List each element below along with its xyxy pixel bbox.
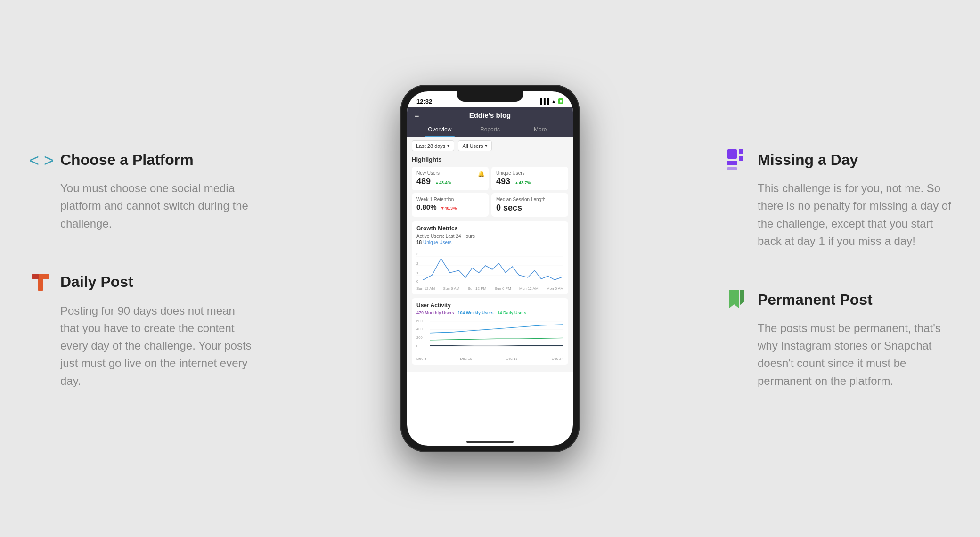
wifi-icon: ▲ bbox=[551, 98, 556, 104]
x-label-0: Sun 12 AM bbox=[416, 286, 435, 291]
chart-x-labels: Sun 12 AM Sun 6 AM Sun 12 PM Sun 6 PM Mo… bbox=[416, 286, 564, 291]
svg-text:400: 400 bbox=[416, 327, 423, 332]
x-label-2: Sun 12 PM bbox=[468, 286, 487, 291]
svg-rect-3 bbox=[32, 274, 39, 279]
mosaic-icon bbox=[726, 147, 750, 172]
svg-text:0: 0 bbox=[416, 344, 418, 348]
feature-choose-platform: < > Choose a Platform You must choose on… bbox=[28, 147, 254, 232]
hamburger-icon[interactable]: ≡ bbox=[415, 111, 419, 120]
unique-users-value: 493 ▲43.7% bbox=[496, 177, 564, 187]
left-column: < > Choose a Platform You must choose on… bbox=[28, 147, 273, 390]
act-x-0: Dec 3 bbox=[416, 357, 426, 361]
users-chevron: ▾ bbox=[485, 143, 488, 149]
platform-desc: You must choose one social media platfor… bbox=[28, 179, 254, 232]
highlights-title: Highlights bbox=[412, 156, 568, 163]
session-value: 0 secs bbox=[496, 203, 564, 213]
app-header-top: ≡ Eddie's blog bbox=[415, 111, 565, 122]
active-label: Unique Users bbox=[423, 240, 452, 245]
svg-text:600: 600 bbox=[416, 319, 423, 323]
active-users-title: Active Users: Last 24 Hours bbox=[416, 234, 564, 239]
x-label-1: Sun 6 AM bbox=[443, 286, 460, 291]
tab-reports[interactable]: Reports bbox=[465, 122, 515, 137]
daily-count: 14 Daily Users bbox=[497, 310, 526, 315]
activity-title: User Activity bbox=[416, 302, 564, 309]
session-label: Median Session Length bbox=[496, 197, 564, 202]
weekly-count: 104 Weekly Users bbox=[458, 310, 494, 315]
daily-title: Daily Post bbox=[60, 273, 133, 291]
period-label: Last 28 days bbox=[416, 143, 445, 149]
feature-header-platform: < > Choose a Platform bbox=[28, 147, 254, 172]
users-filter[interactable]: All Users ▾ bbox=[458, 140, 492, 151]
feature-daily-post: Daily Post Posting for 90 days does not … bbox=[28, 270, 254, 390]
missing-title: Missing a Day bbox=[758, 151, 858, 169]
page-layout: < > Choose a Platform You must choose on… bbox=[0, 0, 980, 537]
svg-text:1: 1 bbox=[416, 271, 418, 275]
bell-icon: 🔔 bbox=[478, 171, 485, 177]
permanent-desc: The posts must be permanent, that's why … bbox=[726, 319, 952, 390]
highlight-retention: Week 1 Retention 0.80% ▼48.3% bbox=[412, 193, 489, 217]
retention-value: 0.80% ▼48.3% bbox=[416, 203, 484, 211]
code-icon: < > bbox=[28, 147, 53, 172]
active-legend: 18 Unique Users bbox=[416, 240, 564, 245]
period-filter[interactable]: Last 28 days ▾ bbox=[412, 140, 454, 151]
svg-rect-20 bbox=[727, 149, 737, 159]
center-phone-area: 12:32 ▐▐▐ ▲ ■ ≡ Eddie's blog Overview bbox=[273, 85, 707, 452]
svg-text:< >: < > bbox=[29, 151, 53, 170]
status-time: 12:32 bbox=[416, 98, 432, 105]
feature-header-permanent: Permanent Post bbox=[726, 287, 952, 312]
tab-overview[interactable]: Overview bbox=[415, 122, 465, 137]
highlight-session: Median Session Length 0 secs bbox=[491, 193, 568, 217]
phone-notch bbox=[457, 91, 523, 102]
retention-label: Week 1 Retention bbox=[416, 197, 484, 202]
highlight-new-users: 🔔 New Users 489 ▲43.4% bbox=[412, 167, 489, 190]
phone-frame: 12:32 ▐▐▐ ▲ ■ ≡ Eddie's blog Overview bbox=[400, 85, 580, 452]
tab-more[interactable]: More bbox=[515, 122, 565, 137]
retention-change: ▼48.3% bbox=[441, 206, 457, 211]
user-activity-chart: 600 400 200 0 bbox=[416, 317, 564, 355]
daily-desc: Posting for 90 days does not mean that y… bbox=[28, 302, 254, 390]
active-count: 18 bbox=[416, 240, 422, 245]
svg-text:3: 3 bbox=[416, 252, 418, 256]
unique-users-label: Unique Users bbox=[496, 171, 564, 176]
feature-missing-day: Missing a Day This challenge is for you,… bbox=[726, 147, 952, 250]
home-indicator bbox=[466, 441, 514, 443]
growth-title: Growth Metrics bbox=[416, 225, 564, 232]
active-users-chart: 3 2 1 0 bbox=[416, 247, 564, 285]
daily-post-icon bbox=[28, 270, 53, 294]
monthly-count: 479 Monthly Users bbox=[416, 310, 454, 315]
new-users-value: 489 ▲43.4% bbox=[416, 177, 484, 187]
highlights-grid: 🔔 New Users 489 ▲43.4% Unique Users 493 … bbox=[412, 167, 568, 217]
right-column: Missing a Day This challenge is for you,… bbox=[707, 147, 952, 390]
act-x-3: Dec 24 bbox=[552, 357, 564, 361]
missing-desc: This challenge is for you, not me. So th… bbox=[726, 179, 952, 250]
new-users-label: New Users bbox=[416, 171, 484, 176]
x-label-3: Sun 6 PM bbox=[495, 286, 511, 291]
filter-row: Last 28 days ▾ All Users ▾ bbox=[412, 140, 568, 151]
act-x-1: Dec 10 bbox=[460, 357, 472, 361]
bookmark-icon bbox=[726, 287, 750, 312]
highlight-unique-users: Unique Users 493 ▲43.7% bbox=[491, 167, 568, 190]
svg-text:0: 0 bbox=[416, 279, 419, 284]
svg-rect-21 bbox=[739, 149, 743, 154]
svg-text:200: 200 bbox=[416, 335, 423, 340]
app-tabs: Overview Reports More bbox=[415, 122, 565, 137]
svg-text:2: 2 bbox=[416, 261, 418, 266]
period-chevron: ▾ bbox=[447, 143, 450, 149]
x-label-4: Mon 12 AM bbox=[519, 286, 538, 291]
platform-title: Choose a Platform bbox=[60, 151, 194, 169]
feature-header-daily: Daily Post bbox=[28, 270, 254, 294]
growth-metrics-section: Growth Metrics Active Users: Last 24 Hou… bbox=[412, 221, 568, 294]
unique-users-change: ▲43.7% bbox=[514, 180, 531, 185]
phone-screen: 12:32 ▐▐▐ ▲ ■ ≡ Eddie's blog Overview bbox=[407, 91, 573, 446]
user-activity-section: User Activity 479 Monthly Users 104 Week… bbox=[412, 298, 568, 365]
svg-rect-24 bbox=[727, 167, 737, 170]
app-header: ≡ Eddie's blog Overview Reports More bbox=[407, 107, 573, 137]
app-content: Last 28 days ▾ All Users ▾ Highlights 🔔 bbox=[407, 137, 573, 372]
act-x-2: Dec 17 bbox=[506, 357, 518, 361]
app-title: Eddie's blog bbox=[469, 111, 511, 119]
x-label-5: Mon 6 AM bbox=[547, 286, 564, 291]
svg-rect-23 bbox=[727, 161, 737, 165]
activity-x-labels: Dec 3 Dec 10 Dec 17 Dec 24 bbox=[416, 357, 564, 361]
battery-icon: ■ bbox=[558, 98, 564, 104]
new-users-change: ▲43.4% bbox=[435, 180, 451, 185]
